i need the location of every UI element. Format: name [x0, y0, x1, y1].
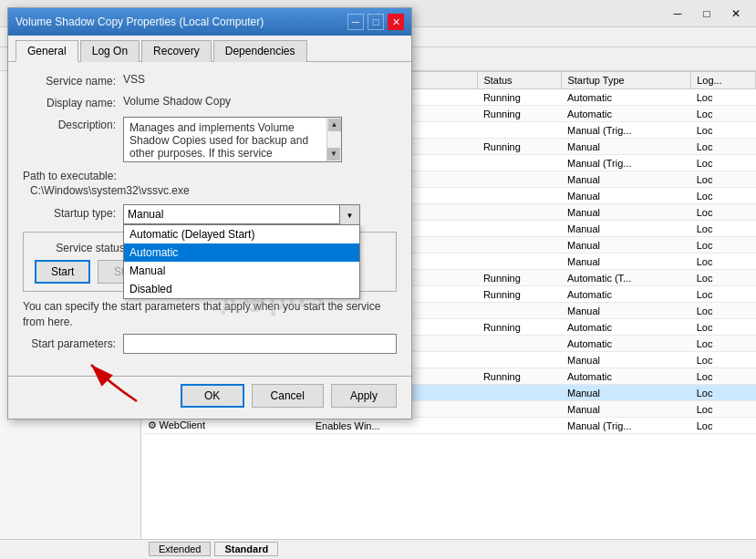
- dialog-titlebar: Volume Shadow Copy Properties (Local Com…: [8, 8, 411, 36]
- start-button[interactable]: Start: [35, 260, 90, 284]
- dialog-close-btn[interactable]: ✕: [388, 14, 404, 30]
- dialog-title-text: Volume Shadow Copy Properties (Local Com…: [16, 16, 264, 28]
- start-params-input[interactable]: [123, 334, 397, 354]
- dialog-tabs: General Log On Recovery Dependencies: [8, 36, 411, 62]
- description-text: Manages and implements Volume Shadow Cop…: [129, 121, 308, 160]
- hint-text: You can specify the start parameters tha…: [23, 299, 397, 330]
- option-automatic-delayed[interactable]: Automatic (Delayed Start): [124, 225, 359, 243]
- startup-type-current-value: Manual: [128, 208, 356, 221]
- modal-overlay: Volume Shadow Copy Properties (Local Com…: [0, 0, 756, 559]
- tab-general[interactable]: General: [16, 40, 78, 62]
- service-name-label: Service name:: [23, 73, 123, 88]
- start-params-label: Start parameters:: [23, 337, 123, 350]
- start-params-row: Start parameters:: [23, 334, 397, 354]
- description-row: Description: Manages and implements Volu…: [23, 117, 397, 162]
- tab-general-content: Service name: VSS Display name: Volume S…: [8, 62, 411, 376]
- startup-type-select[interactable]: Manual ▼: [123, 204, 360, 224]
- startup-type-label: Startup type:: [23, 204, 123, 220]
- path-label: Path to executable:: [23, 170, 397, 182]
- properties-dialog: Volume Shadow Copy Properties (Local Com…: [7, 7, 412, 419]
- tab-dependencies[interactable]: Dependencies: [213, 40, 307, 62]
- description-label: Description:: [23, 117, 123, 131]
- cancel-button[interactable]: Cancel: [252, 384, 324, 408]
- startup-type-row: Startup type: Manual ▼ Automatic (Delaye…: [23, 204, 397, 224]
- dialog-maximize-btn[interactable]: □: [368, 14, 384, 30]
- service-name-row: Service name: VSS: [23, 73, 397, 88]
- dialog-minimize-btn[interactable]: ─: [347, 14, 364, 30]
- option-disabled[interactable]: Disabled: [124, 280, 359, 298]
- apply-button[interactable]: Apply: [331, 384, 397, 408]
- dialog-window-controls: ─ □ ✕: [347, 14, 404, 30]
- path-value: C:\Windows\system32\vssvc.exe: [23, 184, 397, 197]
- display-name-label: Display name:: [23, 95, 123, 109]
- service-name-value: VSS: [123, 73, 145, 86]
- startup-type-dropdown[interactable]: Manual ▼ Automatic (Delayed Start) Autom…: [123, 204, 360, 224]
- display-name-value: Volume Shadow Copy: [123, 95, 231, 108]
- ok-button[interactable]: OK: [181, 384, 244, 408]
- startup-type-list: Automatic (Delayed Start) Automatic Manu…: [123, 224, 360, 299]
- path-section: Path to executable: C:\Windows\system32\…: [23, 170, 397, 197]
- tab-logon[interactable]: Log On: [80, 40, 140, 62]
- display-name-row: Display name: Volume Shadow Copy: [23, 95, 397, 109]
- option-manual[interactable]: Manual: [124, 262, 359, 280]
- desc-scrollbar[interactable]: ▲ ▼: [326, 118, 341, 161]
- option-automatic[interactable]: Automatic: [124, 243, 359, 262]
- dialog-footer: OK Cancel Apply: [8, 376, 411, 419]
- description-box: Manages and implements Volume Shadow Cop…: [123, 117, 342, 162]
- tab-recovery[interactable]: Recovery: [141, 40, 212, 62]
- service-status-label: Service status:: [35, 240, 135, 254]
